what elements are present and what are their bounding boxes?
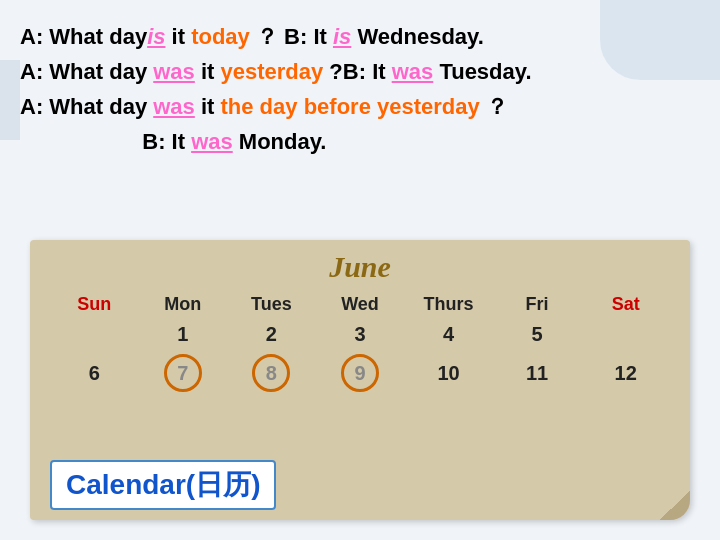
calendar-row-2: 6 7 8 9 10 11 12 <box>50 350 670 396</box>
line3-part5: ？ <box>480 94 508 119</box>
line1-part7: Wednesday. <box>351 24 483 49</box>
bg-decoration-2 <box>0 60 20 140</box>
cell-3: 3 <box>316 319 405 350</box>
calendar-container: June Sun Mon Tues Wed Thurs Fri Sat 1 2 … <box>30 240 690 520</box>
circled-7: 7 <box>164 354 202 392</box>
word-was-2: was <box>392 59 434 84</box>
line3-part3: it <box>195 94 221 119</box>
line-1: A: What dayis it today ？ B: It is Wednes… <box>20 20 700 53</box>
header-mon: Mon <box>139 290 228 319</box>
line1-part1: A: What day <box>20 24 147 49</box>
text-section: A: What dayis it today ？ B: It is Wednes… <box>20 20 700 160</box>
cell-11: 11 <box>493 350 582 396</box>
word-is-1: is <box>147 24 165 49</box>
line1-part3: it <box>165 24 191 49</box>
calendar-label-box: Calendar(日历) <box>50 460 276 510</box>
line-3: A: What day was it the day before yester… <box>20 90 700 123</box>
line3-part1: A: What day <box>20 94 153 119</box>
header-sat: Sat <box>581 290 670 319</box>
cell-8: 8 <box>227 350 316 396</box>
line1-part5: ？ B: It <box>250 24 333 49</box>
line2-part5: ?B: It <box>323 59 391 84</box>
cell-12: 12 <box>581 350 670 396</box>
cell-empty-1 <box>50 319 139 350</box>
circled-8: 8 <box>252 354 290 392</box>
calendar-row-1: 1 2 3 4 5 <box>50 319 670 350</box>
line-2: A: What day was it yesterday ?B: It was … <box>20 55 700 88</box>
header-thurs: Thurs <box>404 290 493 319</box>
circled-9: 9 <box>341 354 379 392</box>
word-is-2: is <box>333 24 351 49</box>
cell-5: 5 <box>493 319 582 350</box>
word-was-3: was <box>153 94 195 119</box>
cell-9: 9 <box>316 350 405 396</box>
cell-7: 7 <box>139 350 228 396</box>
calendar-label-text: Calendar(日历) <box>66 469 260 500</box>
cell-1: 1 <box>139 319 228 350</box>
line2-part3: it <box>195 59 221 84</box>
header-tues: Tues <box>227 290 316 319</box>
header-wed: Wed <box>316 290 405 319</box>
cell-6: 6 <box>50 350 139 396</box>
word-yesterday: yesterday <box>221 59 324 84</box>
line4-part1: B: It <box>20 129 191 154</box>
header-sun: Sun <box>50 290 139 319</box>
line-4: B: It was Monday. <box>20 125 700 158</box>
calendar-grid: Sun Mon Tues Wed Thurs Fri Sat 1 2 3 4 5 <box>50 290 670 396</box>
cell-2: 2 <box>227 319 316 350</box>
word-was-1: was <box>153 59 195 84</box>
header-fri: Fri <box>493 290 582 319</box>
cell-empty-2 <box>581 319 670 350</box>
word-daybefore: the day before yesterday <box>221 94 480 119</box>
cell-4: 4 <box>404 319 493 350</box>
calendar-title: June <box>50 250 670 284</box>
cell-10: 10 <box>404 350 493 396</box>
line4-part3: Monday. <box>233 129 327 154</box>
word-was-4: was <box>191 129 233 154</box>
calendar-header-row: Sun Mon Tues Wed Thurs Fri Sat <box>50 290 670 319</box>
line2-part1: A: What day <box>20 59 153 84</box>
line2-part7: Tuesday. <box>433 59 531 84</box>
word-today: today <box>191 24 250 49</box>
